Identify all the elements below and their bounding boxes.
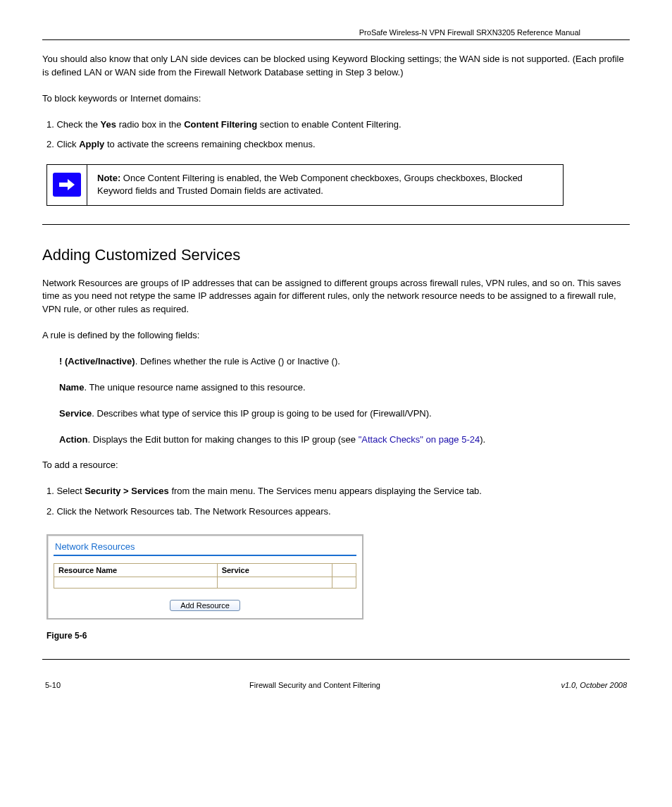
step-1-c: from the main menu. The Services menu ap…	[169, 486, 482, 496]
to-add-resource: To add a resource:	[42, 459, 630, 472]
panel-divider	[54, 555, 356, 556]
add-resource-steps: 1. Select Security > Services from the m…	[46, 485, 630, 519]
list-item-1-e: section to enable Content Filtering.	[257, 119, 402, 130]
rule-field-2-label: Name	[59, 382, 84, 393]
note-label: Note:	[97, 173, 120, 183]
security-services-label: Security > Services	[85, 486, 169, 496]
note-text-cell: Note: Once Content Filtering is enabled,…	[87, 165, 564, 205]
cell-extra	[332, 577, 356, 588]
footer-version: v1.0, October 2008	[542, 681, 627, 689]
cell-resource	[54, 577, 218, 588]
footer: 5-10 Firewall Security and Content Filte…	[42, 681, 630, 689]
rule-field-4: Action. Displays the Edit button for mak…	[59, 433, 630, 447]
rule-field-1-label: ! (Active/Inactive)	[59, 356, 135, 366]
list-item-1: 1. Check the Yes radio box in the Conten…	[46, 118, 630, 132]
column-resource-name: Resource Name	[54, 563, 218, 577]
rule-field-3-text: . Describes what type of service this IP…	[92, 408, 431, 419]
list-item-1-a: 1. Check the	[46, 119, 101, 130]
footer-rule	[42, 659, 630, 660]
network-resources-panel: Network Resources Resource Name Service …	[46, 534, 363, 620]
rule-field-3-label: Service	[59, 408, 92, 419]
rule-field-1: ! (Active/Inactive). Defines whether the…	[59, 355, 630, 369]
apply-label: Apply	[79, 139, 104, 149]
footer-center: Firewall Security and Content Filtering	[87, 681, 542, 689]
add-resource-button[interactable]: Add Resource	[170, 600, 240, 611]
rule-field-4-label: Action	[59, 434, 87, 445]
rule-field-4-after: ).	[480, 434, 485, 445]
rule-field-2: Name. The unique resource name assigned …	[59, 381, 630, 395]
rule-field-4-text: . Displays the Edit button for making ch…	[87, 434, 358, 445]
body-paragraph-2: To block keywords or Internet domains:	[42, 92, 630, 106]
section-heading: Adding Customized Services	[42, 246, 630, 264]
running-header: ProSafe Wireless-N VPN Firewall SRXN3205…	[42, 28, 630, 37]
note-text: Once Content Filtering is enabled, the W…	[97, 173, 523, 196]
step-1: 1. Select Security > Services from the m…	[46, 485, 630, 498]
body-paragraph-1: You should also know that only LAN side …	[42, 53, 630, 80]
note-box: Note: Once Content Filtering is enabled,…	[46, 164, 564, 205]
panel-title: Network Resources	[54, 540, 356, 555]
table-row	[54, 577, 356, 588]
list-item-2: 2. Click Apply to activate the screens r…	[46, 138, 630, 152]
section-body-1: Network Resources are groups of IP addre…	[42, 277, 630, 317]
content-filtering-label: Content Filtering	[184, 119, 257, 130]
note-icon-cell	[47, 165, 87, 205]
step-2: 2. Click the Network Resources tab. The …	[46, 505, 630, 519]
numbered-list: 1. Check the Yes radio box in the Conten…	[46, 118, 630, 152]
column-extra	[332, 563, 356, 577]
rule-field-3: Service. Describes what type of service …	[59, 407, 630, 421]
arrow-right-icon	[53, 173, 81, 197]
page-number: 5-10	[45, 681, 87, 689]
figure-caption: Figure 5-6	[46, 631, 630, 641]
list-item-1-c: radio box in the	[116, 119, 184, 130]
figure-network-resources: Network Resources Resource Name Service …	[46, 534, 630, 620]
yes-label: Yes	[101, 119, 116, 130]
attack-checks-link[interactable]: "Attack Checks" on page 5-24	[359, 434, 480, 445]
step-1-a: 1. Select	[46, 486, 85, 496]
top-rule	[42, 39, 630, 40]
rule-field-2-text: . The unique resource name assigned to t…	[84, 382, 305, 393]
list-item-2-a: 2. Click	[46, 139, 79, 149]
resources-table: Resource Name Service	[54, 563, 356, 589]
rule-field-1-text: . Defines whether the rule is Active () …	[135, 356, 340, 366]
section-rule	[42, 224, 630, 225]
cell-service	[217, 577, 332, 588]
column-service: Service	[217, 563, 332, 577]
list-item-2-b: to activate the screens remaining checkb…	[104, 139, 315, 149]
rule-intro: A rule is defined by the following field…	[42, 329, 630, 343]
